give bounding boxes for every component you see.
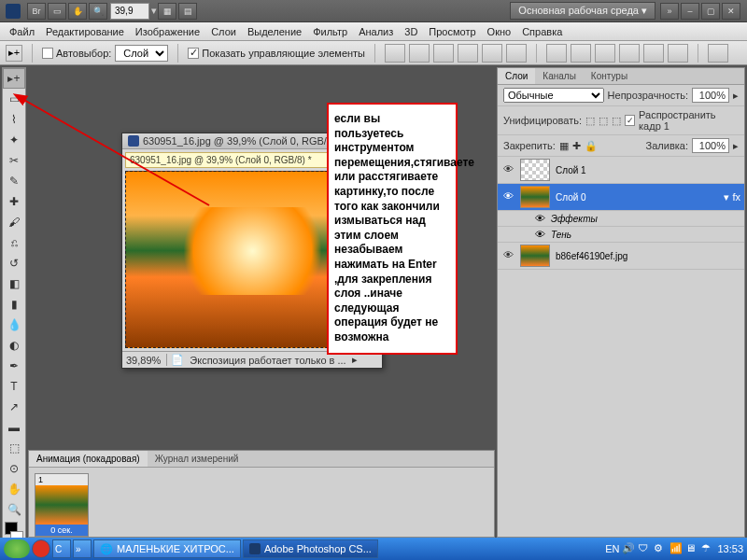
stamp-tool[interactable]: ⎌: [3, 232, 25, 253]
menu-edit[interactable]: Редактирование: [40, 24, 130, 39]
menu-filter[interactable]: Фильтр: [307, 24, 353, 39]
show-controls-checkbox[interactable]: ✓Показать управляющие элементы: [188, 48, 365, 59]
visibility-icon[interactable]: 👁: [501, 163, 514, 176]
shape-tool[interactable]: ▬: [3, 417, 25, 438]
distribute-4-icon[interactable]: [619, 44, 640, 63]
tray-icon[interactable]: 🛡: [638, 542, 651, 555]
close-button[interactable]: ✕: [722, 3, 740, 20]
tab-paths[interactable]: Контуры: [584, 68, 635, 84]
eyedropper-tool[interactable]: ✎: [3, 171, 25, 191]
frame-duration[interactable]: 0 сек.: [35, 525, 88, 536]
wand-tool[interactable]: ✦: [3, 130, 25, 150]
align-left-icon[interactable]: [458, 44, 478, 63]
distribute-6-icon[interactable]: [668, 44, 688, 63]
autoselect-checkbox[interactable]: Автовыбор:: [42, 48, 111, 59]
tray-icon[interactable]: 🔊: [622, 542, 635, 555]
screen-mode-icon[interactable]: ▭: [48, 3, 66, 20]
quick-launch-1[interactable]: [32, 539, 50, 558]
menu-help[interactable]: Справка: [516, 24, 568, 39]
hand-tool[interactable]: ✋: [3, 479, 25, 499]
align-top-icon[interactable]: [385, 44, 405, 63]
menu-image[interactable]: Изображение: [130, 24, 205, 39]
type-tool[interactable]: T: [3, 376, 25, 397]
3d-camera-tool[interactable]: ⊙: [3, 458, 25, 479]
tab-measurements[interactable]: Журнал измерений: [148, 451, 247, 467]
distribute-1-icon[interactable]: [546, 44, 567, 63]
heal-tool[interactable]: ✚: [3, 191, 25, 212]
unify-icon-1[interactable]: ⬚: [585, 115, 595, 127]
menu-layers[interactable]: Слои: [205, 24, 242, 39]
menu-select[interactable]: Выделение: [242, 24, 307, 39]
eraser-tool[interactable]: ◧: [3, 273, 25, 294]
menu-file[interactable]: Файл: [4, 24, 40, 39]
align-bottom-icon[interactable]: [433, 44, 454, 63]
blend-mode-select[interactable]: Обычные: [503, 88, 604, 103]
quick-launch-3[interactable]: »: [73, 539, 92, 558]
gradient-tool[interactable]: ▮: [3, 294, 25, 315]
distribute-3-icon[interactable]: [595, 44, 615, 63]
tray-icon[interactable]: ☂: [701, 542, 714, 555]
taskbar-item[interactable]: 🌐МАЛЕНЬКИЕ ХИТРОС...: [93, 539, 241, 558]
zoom-tool[interactable]: 🔍: [3, 499, 25, 520]
workspace-switcher[interactable]: Основная рабочая среда ▾: [510, 2, 655, 20]
pen-tool[interactable]: ✒: [3, 356, 25, 376]
fill-field[interactable]: 100%: [692, 138, 729, 153]
visibility-icon[interactable]: 👁: [501, 249, 514, 262]
opacity-field[interactable]: 100%: [692, 88, 729, 103]
lock-pixels-icon[interactable]: ▦: [559, 140, 569, 152]
visibility-icon[interactable]: 👁: [501, 190, 514, 203]
brush-tool[interactable]: 🖌: [3, 212, 25, 232]
distribute-2-icon[interactable]: [571, 44, 591, 63]
lasso-tool[interactable]: ⌇: [3, 109, 25, 130]
maximize-button[interactable]: ▢: [701, 3, 720, 20]
auto-align-icon[interactable]: [708, 44, 728, 63]
arrange-icon[interactable]: ▦: [158, 3, 176, 20]
tab-animation[interactable]: Анимация (покадровая): [29, 451, 148, 467]
path-tool[interactable]: ↗: [3, 397, 25, 417]
minimize-button[interactable]: –: [681, 3, 699, 20]
layer-effect[interactable]: 👁Тень: [498, 227, 744, 243]
menu-view[interactable]: Просмотр: [423, 24, 481, 39]
extras-icon[interactable]: ▤: [178, 3, 197, 20]
autoselect-target[interactable]: Слой: [115, 45, 168, 62]
lock-position-icon[interactable]: ✚: [572, 140, 581, 152]
bridge-icon[interactable]: Br: [27, 3, 46, 20]
3d-tool[interactable]: ⬚: [3, 438, 25, 458]
tray-icon[interactable]: 📶: [669, 542, 683, 555]
layer-effect[interactable]: 👁Эффекты: [498, 211, 744, 227]
crop-tool[interactable]: ✂: [3, 150, 25, 171]
hand-icon[interactable]: ✋: [68, 3, 87, 20]
propagate-checkbox[interactable]: ✓: [625, 115, 635, 126]
animation-frame[interactable]: 1 0 сек.: [35, 473, 89, 537]
quick-launch-2[interactable]: C: [52, 539, 71, 558]
lock-all-icon[interactable]: 🔒: [585, 140, 598, 152]
menu-analysis[interactable]: Анализ: [353, 24, 399, 39]
marquee-tool[interactable]: ▭: [3, 89, 25, 109]
eye-icon[interactable]: 👁: [535, 229, 545, 240]
menu-window[interactable]: Окно: [482, 24, 517, 39]
menu-3d[interactable]: 3D: [399, 24, 423, 39]
clock[interactable]: 13:53: [717, 543, 743, 554]
distribute-5-icon[interactable]: [643, 44, 664, 63]
unify-icon-3[interactable]: ⬚: [612, 115, 621, 127]
layer-item[interactable]: 👁b86ef46190ef.jpg: [498, 243, 744, 270]
blur-tool[interactable]: 💧: [3, 315, 25, 335]
align-hcenter-icon[interactable]: [482, 44, 502, 63]
layer-item[interactable]: 👁Слой 0▾ fx: [498, 184, 744, 211]
start-button[interactable]: [4, 539, 30, 558]
layer-item[interactable]: 👁Слой 1: [498, 157, 744, 184]
lang-indicator[interactable]: EN: [605, 543, 619, 554]
chevron-right-icon[interactable]: »: [660, 3, 679, 20]
tray-icon[interactable]: 🖥: [685, 542, 698, 555]
dodge-tool[interactable]: ◐: [3, 335, 25, 356]
zoom-field[interactable]: [110, 3, 149, 20]
zoom-icon[interactable]: 🔍: [89, 3, 107, 20]
layer-fx-icon[interactable]: ▾ fx: [724, 191, 740, 203]
eye-icon[interactable]: 👁: [535, 213, 545, 224]
tab-layers[interactable]: Слои: [498, 68, 535, 84]
align-vcenter-icon[interactable]: [409, 44, 430, 63]
tab-channels[interactable]: Каналы: [535, 68, 584, 84]
align-right-icon[interactable]: [506, 44, 527, 63]
tray-icon[interactable]: ⚙: [654, 542, 667, 555]
move-tool[interactable]: ▸+: [3, 68, 25, 89]
